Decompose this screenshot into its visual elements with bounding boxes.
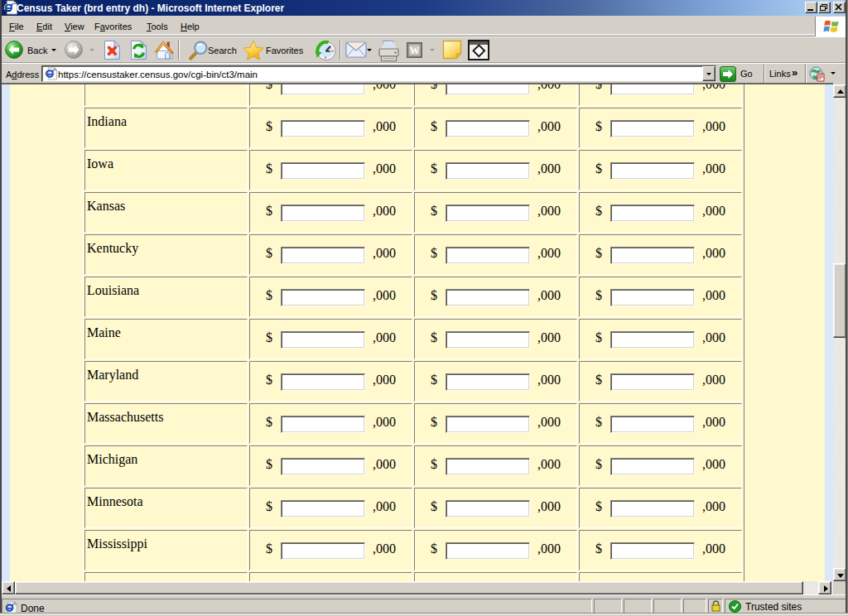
svg-text:W: W <box>410 45 420 56</box>
